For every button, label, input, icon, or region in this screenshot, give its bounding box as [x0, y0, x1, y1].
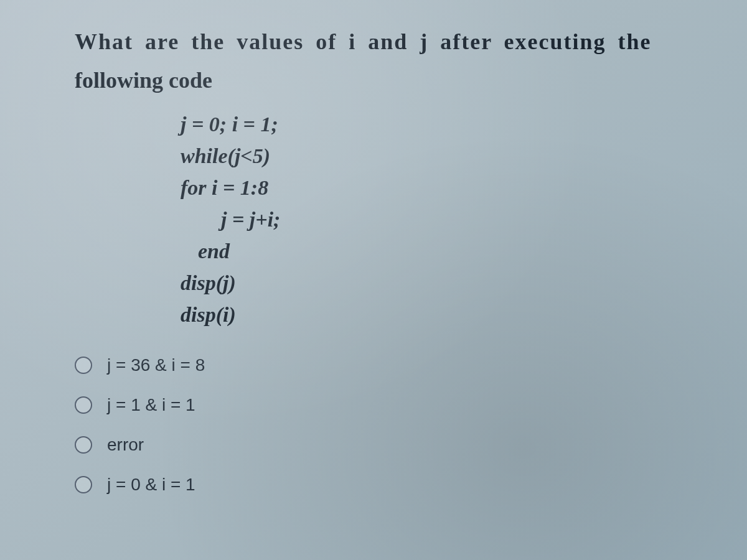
- code-line-5: end: [198, 235, 672, 267]
- radio-icon[interactable]: [75, 436, 92, 454]
- radio-icon[interactable]: [75, 476, 92, 493]
- options-list: j = 36 & i = 8 j = 1 & i = 1 error j = 0…: [75, 355, 672, 495]
- code-line-4: j = j+i;: [221, 203, 672, 235]
- code-line-7: disp(i): [181, 299, 672, 330]
- code-block: j = 0; i = 1; while(j<5) for i = 1:8 j =…: [181, 108, 672, 330]
- code-line-6: disp(j): [181, 267, 672, 299]
- option-label: j = 0 & i = 1: [107, 475, 195, 495]
- option-label: j = 36 & i = 8: [107, 355, 205, 375]
- question-line-1: What are the values of i and j after exe…: [75, 25, 672, 58]
- question-line-2: following code: [75, 65, 672, 96]
- radio-icon[interactable]: [75, 396, 92, 414]
- option-2[interactable]: j = 1 & i = 1: [75, 395, 672, 415]
- option-4[interactable]: j = 0 & i = 1: [75, 475, 672, 495]
- code-line-3: for i = 1:8: [181, 172, 672, 203]
- option-label: j = 1 & i = 1: [107, 395, 195, 415]
- option-3[interactable]: error: [75, 435, 672, 455]
- option-label: error: [107, 435, 144, 455]
- code-line-1: j = 0; i = 1;: [181, 108, 672, 140]
- code-line-2: while(j<5): [181, 140, 672, 172]
- option-1[interactable]: j = 36 & i = 8: [75, 355, 672, 375]
- radio-icon[interactable]: [75, 357, 92, 374]
